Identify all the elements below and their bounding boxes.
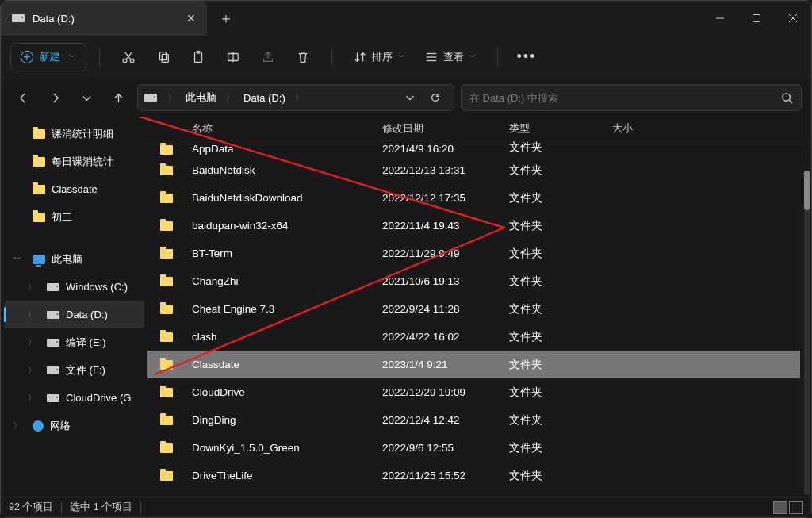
sidebar-drive-e[interactable]: 〉编译 (E:) — [1, 328, 147, 356]
close-tab-icon[interactable]: ✕ — [186, 12, 196, 25]
tab-active[interactable]: Data (D:) ✕ — [1, 1, 207, 36]
file-name: BaiduNetdisk — [192, 164, 382, 176]
svg-line-18 — [789, 100, 792, 103]
status-selected: 选中 1 个项目 — [70, 501, 132, 514]
view-mode-toggle[interactable] — [773, 501, 803, 514]
file-type: 文件夹 — [509, 247, 612, 261]
chevron-right-icon[interactable]: 〉 — [28, 393, 36, 404]
svg-rect-8 — [160, 52, 167, 59]
file-type: 文件夹 — [509, 140, 612, 155]
sidebar-quick-item[interactable]: 初二 — [1, 203, 147, 231]
file-date: 2022/11/4 19:43 — [382, 220, 509, 232]
file-row[interactable]: DownKyi_1.5.0_Green2022/9/6 12:55文件夹 — [147, 434, 800, 462]
file-row[interactable]: BT-Term2022/11/29 9:49文件夹 — [147, 240, 800, 267]
file-type: 文件夹 — [509, 163, 612, 178]
file-date: 2022/11/29 9:49 — [382, 247, 509, 259]
file-date: 2022/4/22 16:02 — [382, 331, 509, 343]
file-row[interactable]: Cheat Engine 7.32022/9/24 11:28文件夹 — [147, 295, 800, 323]
search-box[interactable] — [461, 84, 802, 111]
thumbnails-view-icon[interactable] — [789, 501, 803, 514]
file-row[interactable]: BaiduNetdiskDownload2022/12/12 17:35文件夹 — [147, 184, 800, 212]
sidebar-quick-item[interactable]: 课消统计明细 — [1, 120, 147, 148]
chevron-right-icon[interactable]: 〉 — [13, 420, 21, 432]
file-name: DriveTheLife — [192, 470, 382, 482]
file-date: 2021/10/6 19:13 — [382, 275, 509, 287]
rename-button[interactable] — [217, 41, 249, 73]
file-row[interactable]: DriveTheLife2022/11/25 15:52文件夹 — [147, 462, 800, 489]
close-button[interactable] — [775, 1, 811, 36]
file-date: 2022/12/12 17:35 — [382, 192, 509, 204]
breadcrumb-dropdown[interactable] — [398, 86, 422, 109]
status-item-count: 92 个项目 — [9, 501, 53, 514]
sidebar-network[interactable]: 〉网络 — [1, 412, 147, 439]
sidebar-quick-item[interactable]: Classdate — [1, 175, 147, 203]
chevron-right-icon[interactable]: 〉 — [28, 337, 36, 348]
scrollbar[interactable] — [804, 171, 810, 495]
column-headers[interactable]: 名称 修改日期 类型 大小 — [147, 117, 811, 140]
back-button[interactable] — [10, 85, 36, 110]
drive-icon — [47, 283, 59, 291]
col-date[interactable]: 修改日期 — [382, 121, 509, 136]
maximize-button[interactable] — [738, 1, 775, 36]
file-date: 2022/11/25 15:52 — [382, 470, 509, 482]
breadcrumb-pc[interactable]: 此电脑 — [182, 87, 220, 108]
file-row[interactable]: BaiduNetdisk2022/12/13 13:31文件夹 — [147, 156, 800, 184]
up-button[interactable] — [105, 85, 131, 110]
sort-button[interactable]: 排序 ﹀ — [345, 41, 413, 73]
cut-button[interactable] — [113, 41, 144, 73]
refresh-button[interactable] — [423, 86, 447, 109]
sidebar-drive-d[interactable]: 〉Data (D:) — [4, 301, 144, 328]
delete-button[interactable] — [287, 41, 319, 73]
copy-button[interactable] — [147, 41, 179, 73]
file-type: 文件夹 — [509, 302, 612, 317]
sidebar-quick-item[interactable]: 每日课消统计 — [1, 148, 147, 175]
sidebar-this-pc[interactable]: ﹀此电脑 — [1, 245, 147, 273]
more-button[interactable]: ••• — [511, 41, 542, 73]
search-input[interactable] — [469, 85, 781, 110]
view-button[interactable]: 查看 ﹀ — [416, 41, 485, 73]
file-row[interactable]: baidupan-win32-x642022/11/4 19:43文件夹 — [147, 212, 800, 240]
new-button[interactable]: 新建 ﹀ — [10, 43, 86, 71]
chevron-right-icon[interactable]: 〉 — [28, 309, 36, 320]
file-row[interactable]: ChangZhi2021/10/6 19:13文件夹 — [147, 267, 800, 295]
file-row[interactable]: CloudDrive2022/12/29 19:09文件夹 — [147, 378, 800, 406]
sidebar-drive-f[interactable]: 〉文件 (F:) — [1, 356, 147, 384]
paste-button[interactable] — [182, 41, 214, 73]
file-name: ChangZhi — [192, 275, 382, 287]
file-type: 文件夹 — [509, 330, 612, 344]
minimize-button[interactable] — [702, 1, 738, 36]
col-type[interactable]: 类型 — [509, 121, 612, 136]
file-row[interactable]: DingDing2022/12/4 12:42文件夹 — [147, 406, 800, 434]
chevron-down-icon: ﹀ — [397, 52, 405, 63]
view-label: 查看 — [443, 50, 464, 64]
pc-icon — [33, 255, 45, 264]
recent-button[interactable] — [74, 85, 99, 110]
sidebar-drive-g[interactable]: 〉CloudDrive (G — [1, 384, 147, 412]
file-name: Classdate — [192, 359, 382, 370]
drive-icon — [47, 311, 59, 319]
share-button[interactable] — [252, 41, 284, 73]
chevron-right-icon[interactable]: 〉 — [28, 365, 36, 376]
folder-icon — [33, 157, 45, 167]
separator — [99, 48, 100, 67]
file-row[interactable]: Classdate2023/1/4 9:21文件夹 — [147, 351, 800, 378]
file-row[interactable]: AppData2021/4/9 16:20文件夹 — [147, 140, 800, 156]
chevron-right-icon[interactable]: 〉 — [28, 282, 36, 293]
col-name[interactable]: 名称 — [160, 121, 382, 136]
sidebar-drive-c[interactable]: 〉Windows (C:) — [1, 273, 147, 301]
file-row[interactable]: clash2022/4/22 16:02文件夹 — [147, 323, 800, 351]
drive-icon — [144, 94, 157, 102]
col-size[interactable]: 大小 — [612, 121, 811, 136]
new-tab-button[interactable]: ＋ — [207, 1, 245, 36]
breadcrumb-drive[interactable]: Data (D:) — [240, 89, 289, 107]
breadcrumb[interactable]: 〉 此电脑 〉 Data (D:) 〉 — [137, 84, 454, 111]
svg-point-5 — [130, 59, 134, 63]
file-name: Cheat Engine 7.3 — [192, 303, 382, 315]
details-view-icon[interactable] — [773, 501, 787, 514]
chevron-right-icon: 〉 — [290, 92, 308, 103]
forward-button[interactable] — [42, 85, 67, 110]
drive-icon — [47, 339, 59, 347]
chevron-down-icon[interactable]: ﹀ — [13, 254, 21, 265]
scrollbar-thumb[interactable] — [804, 171, 810, 210]
folder-icon — [160, 416, 173, 425]
